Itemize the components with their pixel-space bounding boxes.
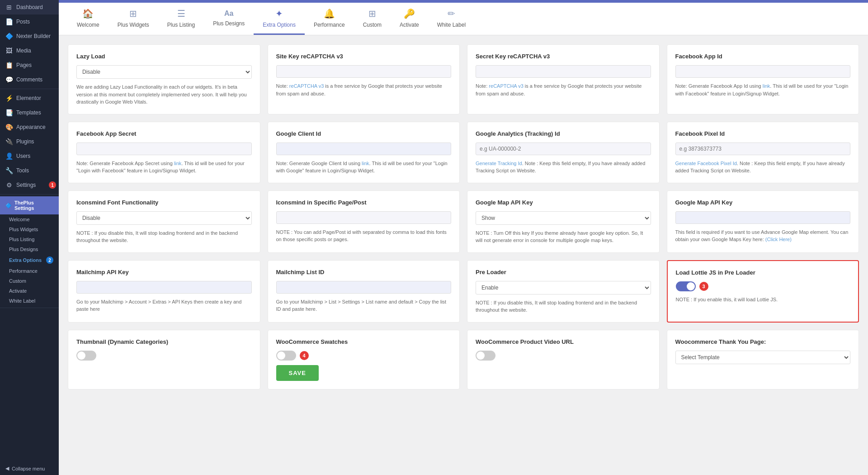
tab-extra-options[interactable]: ✦ Extra Options [254, 3, 305, 35]
sidebar-item-tools[interactable]: 🔧 Tools [0, 163, 59, 178]
card-title: Pre Loader [476, 269, 651, 276]
extra-options-tab-icon: ✦ [275, 8, 283, 19]
tab-plus-widgets[interactable]: ⊞ Plus Widgets [108, 3, 158, 35]
secret-key-note: Note: reCAPTCHA v3 is a free service by … [476, 82, 651, 97]
google-map-api-select[interactable]: Show Hide [476, 211, 651, 225]
google-client-id-input[interactable] [276, 142, 452, 155]
card-title: Iconsmind in Specific Page/Post [276, 199, 452, 206]
submenu-white-label[interactable]: White Label [0, 296, 59, 306]
facebook-pixel-note: Generate Facebook Pixel Id. Note : Keep … [675, 160, 851, 175]
card-title: Google Map API Key [675, 199, 851, 206]
card-title: Google Analytics (Tracking) Id [476, 130, 651, 137]
nexter-icon: 🔷 [5, 33, 13, 40]
mailchimp-list-note: Go to your Mailchimp > List > Settings >… [276, 298, 452, 313]
card-mailchimp-api: Mailchimp API Key Go to your Mailchimp >… [68, 260, 260, 323]
mailchimp-api-input[interactable] [76, 281, 252, 294]
theplus-settings-header[interactable]: 🔷 ThePlus Settings [0, 196, 59, 214]
submenu-plus-listing[interactable]: Plus Listing [0, 234, 59, 244]
facebook-app-id-link[interactable]: link [763, 83, 770, 89]
lazy-load-select[interactable]: Disable Enable [76, 65, 252, 79]
pre-loader-select[interactable]: Enable Disable [476, 281, 651, 294]
lottie-toggle[interactable] [676, 281, 696, 291]
iconsmind-font-select[interactable]: Disable Enable [76, 211, 252, 225]
sidebar-item-templates[interactable]: 📑 Templates [0, 105, 59, 120]
card-title: Facebook Pixel Id [675, 130, 851, 137]
save-button-inline[interactable]: SAVE [276, 365, 319, 381]
woo-video-toggle[interactable] [476, 351, 495, 361]
facebook-app-secret-link[interactable]: link [174, 161, 182, 166]
google-client-id-link[interactable]: link [362, 161, 369, 166]
card-google-client-id: Google Client Id Note: Generate Google C… [268, 122, 460, 183]
facebook-pixel-link[interactable]: Generate Facebook Pixel Id [675, 161, 737, 166]
sidebar-item-posts[interactable]: 📄 Posts [0, 14, 59, 29]
woo-swatches-toggle[interactable] [276, 351, 296, 361]
sidebar-item-pages[interactable]: 📋 Pages [0, 58, 59, 72]
iconsmind-specific-note: NOTE : You can add Page/Post id with sep… [276, 228, 452, 243]
collapse-menu-button[interactable]: ◀ Collapse menu [0, 462, 59, 475]
tab-welcome[interactable]: 🏠 Welcome [68, 3, 108, 35]
card-title: WooCommerce Product Video URL [476, 338, 651, 345]
submenu-custom[interactable]: Custom [0, 276, 59, 286]
facebook-app-id-input[interactable] [675, 65, 851, 78]
submenu-plus-widgets[interactable]: Plus Widgets [0, 224, 59, 234]
elementor-icon: ⚡ [5, 95, 13, 102]
submenu-plus-designs[interactable]: Plus Designs [0, 244, 59, 254]
tab-activate[interactable]: 🔑 Activate [391, 3, 428, 35]
sidebar-item-media[interactable]: 🖼 Media [0, 43, 59, 58]
media-icon: 🖼 [5, 47, 13, 54]
google-map-api-input[interactable] [675, 211, 851, 224]
tab-custom[interactable]: ⊞ Custom [354, 3, 391, 35]
recaptcha-secret-link[interactable]: reCAPTCHA v3 [489, 83, 523, 89]
card-google-analytics: Google Analytics (Tracking) Id Generate … [467, 122, 660, 183]
sidebar-item-plugins[interactable]: 🔌 Plugins [0, 134, 59, 149]
card-title: Thumbnail (Dynamic Categories) [76, 338, 252, 345]
sidebar-item-comments[interactable]: 💬 Comments [0, 72, 59, 87]
card-title: Site Key reCAPTCHA v3 [276, 53, 452, 60]
secret-key-recaptcha-input[interactable] [476, 65, 651, 78]
submenu-activate[interactable]: Activate [0, 286, 59, 296]
comments-icon: 💬 [5, 76, 13, 83]
dashboard-icon: ⊞ [5, 4, 13, 11]
sidebar-item-settings[interactable]: ⚙ Settings 1 [0, 178, 59, 192]
sidebar-item-nexter[interactable]: 🔷 Nexter Builder [0, 29, 59, 43]
mailchimp-list-input[interactable] [276, 281, 452, 294]
woo-video-toggle-wrap [476, 351, 651, 361]
site-key-recaptcha-input[interactable] [276, 65, 452, 78]
google-client-id-note: Note: Generate Google Client Id using li… [276, 160, 452, 175]
top-tabs: 🏠 Welcome ⊞ Plus Widgets ☰ Plus Listing … [59, 3, 868, 35]
lottie-toggle-wrap: 3 [676, 281, 850, 291]
tools-icon: 🔧 [5, 167, 13, 174]
sidebar-item-elementor[interactable]: ⚡ Elementor [0, 91, 59, 105]
tab-performance[interactable]: 🔔 Performance [305, 3, 354, 35]
collapse-icon: ◀ [5, 466, 9, 471]
tab-plus-designs[interactable]: Aa Plus Designs [204, 4, 254, 33]
sidebar-item-dashboard[interactable]: ⊞ Dashboard [0, 0, 59, 14]
submenu-extra-options[interactable]: Extra Options 2 [0, 254, 59, 266]
google-analytics-input[interactable] [476, 142, 651, 155]
card-mailchimp-list: Mailchimp List ID Go to your Mailchimp >… [268, 260, 460, 323]
tab-plus-listing[interactable]: ☰ Plus Listing [158, 3, 204, 35]
plus-listing-tab-icon: ☰ [177, 8, 185, 19]
posts-icon: 📄 [5, 18, 13, 25]
submenu-welcome[interactable]: Welcome [0, 214, 59, 224]
tracking-id-link[interactable]: Generate Tracking Id [476, 161, 522, 166]
sidebar-item-appearance[interactable]: 🎨 Appearance [0, 120, 59, 134]
card-title: Secret Key reCAPTCHA v3 [476, 53, 651, 60]
submenu-performance[interactable]: Performance [0, 266, 59, 276]
plugins-icon: 🔌 [5, 138, 13, 145]
woo-thank-you-select[interactable]: Select Template [675, 351, 851, 364]
facebook-pixel-id-input[interactable] [675, 142, 851, 155]
sidebar-item-users[interactable]: 👤 Users [0, 149, 59, 163]
card-title: Google Client Id [276, 130, 452, 137]
recaptcha-link[interactable]: reCAPTCHA v3 [289, 83, 324, 89]
card-lazy-load: Lazy Load Disable Enable We are adding L… [68, 44, 260, 114]
tab-white-label[interactable]: ✏ White Label [428, 3, 475, 35]
extra-options-badge: 2 [46, 256, 53, 264]
card-grid: Lazy Load Disable Enable We are adding L… [68, 44, 859, 390]
facebook-app-secret-input[interactable] [76, 142, 252, 155]
thumbnail-toggle[interactable] [76, 351, 96, 361]
card-title: Facebook App Id [675, 53, 851, 60]
click-here-link[interactable]: (Click Here) [765, 237, 792, 242]
settings-area: Lazy Load Disable Enable We are adding L… [59, 35, 868, 475]
iconsmind-specific-input[interactable] [276, 211, 452, 224]
